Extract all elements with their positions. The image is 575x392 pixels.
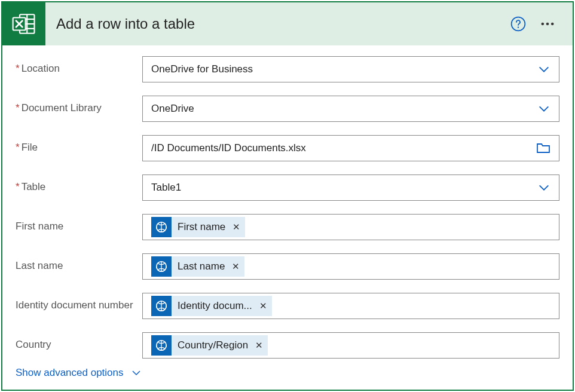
chevron-down-icon (131, 368, 142, 378)
value-file: /ID Documents/ID Documents.xlsx (151, 142, 536, 154)
select-table[interactable]: Table1 (142, 174, 559, 201)
file-picker[interactable]: /ID Documents/ID Documents.xlsx (142, 135, 559, 161)
chevron-down-icon (537, 63, 550, 76)
token-id-number[interactable]: Identity docum... ✕ (151, 296, 272, 316)
chevron-down-icon (537, 181, 550, 194)
row-last-name: Last name Last name ✕ (16, 253, 559, 280)
token-label: First name (178, 221, 225, 233)
token-remove-button[interactable]: ✕ (231, 222, 240, 232)
token-label: Identity docum... (178, 300, 252, 312)
svg-point-10 (551, 23, 554, 26)
token-label: Last name (178, 261, 225, 272)
select-location[interactable]: OneDrive for Business (142, 56, 559, 82)
ai-builder-icon (151, 256, 172, 277)
chevron-down-icon (537, 102, 550, 115)
token-remove-button[interactable]: ✕ (258, 301, 267, 311)
excel-icon (2, 2, 45, 45)
help-button[interactable] (510, 16, 526, 32)
label-library: Document Library (16, 96, 142, 115)
header-actions (510, 16, 573, 32)
label-last-name: Last name (16, 253, 142, 273)
form-body: Location OneDrive for Business Document … (2, 45, 573, 359)
input-country[interactable]: Country/Region ✕ (142, 332, 559, 359)
help-icon (510, 16, 526, 32)
token-first-name[interactable]: First name ✕ (151, 217, 245, 237)
input-id-number[interactable]: Identity docum... ✕ (142, 293, 559, 319)
value-location: OneDrive for Business (151, 63, 537, 75)
label-file: File (16, 135, 142, 155)
folder-icon (536, 142, 550, 154)
token-country[interactable]: Country/Region ✕ (151, 335, 268, 356)
row-file: File /ID Documents/ID Documents.xlsx (16, 135, 559, 161)
token-last-name[interactable]: Last name ✕ (151, 256, 244, 277)
value-table: Table1 (151, 182, 537, 194)
footer: Show advanced options (2, 359, 573, 392)
row-id-number: Identity document number Identity docum.… (16, 293, 559, 319)
select-library[interactable]: OneDrive (142, 96, 559, 122)
label-location: Location (16, 56, 142, 76)
token-label: Country/Region (178, 339, 248, 351)
input-first-name[interactable]: First name ✕ (142, 214, 559, 240)
label-table: Table (16, 174, 142, 194)
action-card: Add a row into a table Location (1, 1, 574, 391)
ai-builder-icon (151, 217, 172, 237)
row-library: Document Library OneDrive (16, 96, 559, 122)
token-remove-button[interactable]: ✕ (254, 340, 263, 351)
card-header: Add a row into a table (2, 2, 573, 45)
show-advanced-options[interactable]: Show advanced options (16, 367, 142, 379)
svg-point-7 (518, 26, 519, 27)
value-library: OneDrive (151, 103, 537, 115)
token-remove-button[interactable]: ✕ (231, 261, 240, 272)
row-first-name: First name First name ✕ (16, 214, 559, 240)
ai-builder-icon (151, 296, 172, 316)
label-country: Country (16, 332, 142, 352)
row-location: Location OneDrive for Business (16, 56, 559, 82)
ai-builder-icon (151, 335, 172, 356)
svg-point-8 (542, 23, 545, 26)
label-id-number: Identity document number (16, 293, 142, 313)
svg-point-9 (546, 23, 549, 26)
input-last-name[interactable]: Last name ✕ (142, 253, 559, 280)
overflow-button[interactable] (539, 16, 556, 32)
row-country: Country Country/Region ✕ (16, 332, 559, 359)
label-first-name: First name (16, 214, 142, 234)
ellipsis-icon (539, 16, 556, 32)
advanced-label: Show advanced options (16, 367, 124, 379)
row-table: Table Table1 (16, 174, 559, 201)
card-title: Add a row into a table (45, 16, 510, 32)
